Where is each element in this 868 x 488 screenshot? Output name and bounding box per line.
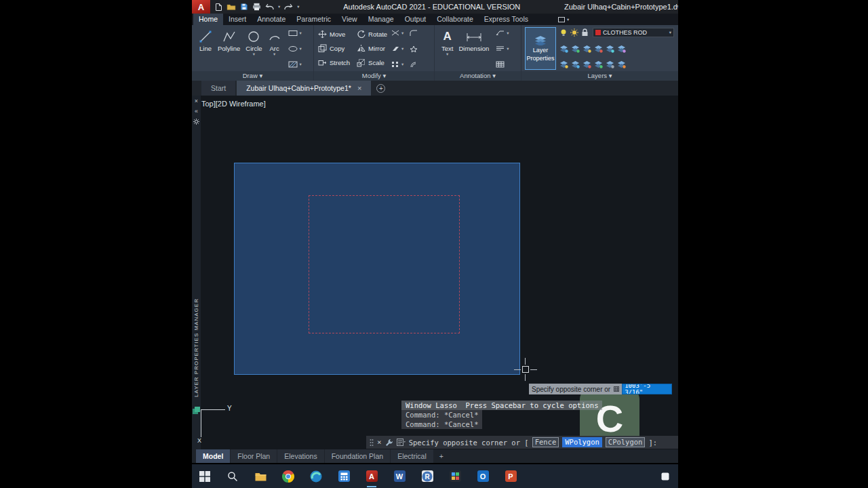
layer-bulb-icon[interactable]: [559, 28, 568, 37]
command-customize-wrench-icon[interactable]: [385, 439, 393, 447]
leader-tool-button[interactable]: ▾: [496, 30, 509, 36]
tab-view[interactable]: View: [336, 14, 363, 25]
layer-state-icon[interactable]: [617, 45, 626, 53]
mirror-button[interactable]: Mirror: [357, 44, 387, 53]
chrome-icon[interactable]: [282, 470, 294, 483]
outlook-icon[interactable]: O: [477, 470, 489, 483]
layer-state-icon[interactable]: [594, 60, 603, 68]
tab-express-tools[interactable]: Express Tools: [479, 14, 534, 25]
command-option-fence[interactable]: Fence: [532, 437, 559, 447]
layout-tab-floor-plan[interactable]: Floor Plan: [231, 449, 277, 463]
minimize-ribbon-button[interactable]: ▾: [558, 14, 569, 25]
polyline-button[interactable]: Polyline: [215, 27, 243, 71]
rotate-button[interactable]: Rotate: [357, 30, 387, 39]
undo-icon[interactable]: [265, 3, 274, 11]
ellipse-tool-button[interactable]: ▾: [288, 45, 302, 52]
layout-tab-electrical[interactable]: Electrical: [391, 449, 433, 463]
layout-tab-foundation-plan[interactable]: Foundation Plan: [325, 449, 390, 463]
hatch-tool-button[interactable]: ▾: [288, 61, 302, 68]
arc-button[interactable]: Arc ▾: [265, 27, 284, 71]
circle-dropdown-icon[interactable]: ▾: [253, 52, 255, 56]
move-button[interactable]: Move: [318, 30, 350, 39]
mtext-tool-button[interactable]: ▾: [496, 45, 509, 52]
layer-lock-icon[interactable]: [581, 28, 589, 37]
rstudio-icon[interactable]: R: [421, 470, 433, 483]
draw-panel-label[interactable]: Draw ▾: [192, 71, 313, 81]
print-icon[interactable]: [252, 3, 261, 11]
tab-annotate[interactable]: Annotate: [252, 14, 291, 25]
dynamic-input-value-field[interactable]: 1003'-5 3/16": [622, 384, 672, 394]
tab-collaborate[interactable]: Collaborate: [431, 14, 479, 25]
command-option-wpolygon[interactable]: WPolygon: [562, 437, 602, 447]
viewport-view-label[interactable]: Top][2D Wireframe]: [201, 100, 266, 108]
tab-home[interactable]: Home: [193, 14, 223, 25]
new-drawing-button[interactable]: +: [376, 81, 385, 96]
layer-state-icon[interactable]: [559, 60, 568, 68]
layer-state-icon[interactable]: [583, 45, 591, 53]
command-line-bar[interactable]: × Specify opposite corner or [ Fence WPo…: [366, 436, 678, 449]
layer-state-icon[interactable]: [617, 60, 626, 68]
file-tab-start[interactable]: Start: [201, 81, 235, 96]
arc-dropdown-icon[interactable]: ▾: [273, 52, 275, 56]
open-file-icon[interactable]: [226, 3, 236, 11]
search-icon[interactable]: [226, 470, 239, 483]
layer-sun-icon[interactable]: [570, 28, 578, 37]
file-tab-close-icon[interactable]: ×: [357, 84, 361, 92]
line-button[interactable]: Line: [196, 27, 215, 71]
save-icon[interactable]: [240, 3, 248, 11]
new-file-icon[interactable]: [215, 3, 222, 12]
recent-commands-icon[interactable]: [397, 439, 406, 446]
layer-state-icon[interactable]: [583, 60, 591, 68]
palette-settings-icon[interactable]: [193, 119, 199, 126]
layer-state-icon[interactable]: [606, 45, 614, 53]
text-dropdown-icon[interactable]: ▾: [446, 52, 448, 56]
tab-output[interactable]: Output: [399, 14, 432, 25]
redo-icon[interactable]: [284, 3, 293, 11]
command-option-cpolygon[interactable]: CPolygon: [606, 437, 646, 447]
tab-insert[interactable]: Insert: [223, 14, 252, 25]
current-layer-dropdown[interactable]: CLOTHES ROD ▾: [593, 28, 674, 37]
layers-panel-label[interactable]: Layers ▾: [521, 71, 678, 81]
table-tool-button[interactable]: [496, 61, 509, 68]
dimension-button[interactable]: Dimension: [456, 27, 492, 71]
drawing-area[interactable]: × « LAYER PROPERTIES MANAGER Top][2D Wir…: [192, 96, 678, 449]
undo-dropdown-icon[interactable]: ▾: [278, 5, 280, 9]
stretch-button[interactable]: Stretch: [318, 58, 350, 67]
tray-icon[interactable]: [659, 470, 671, 483]
palette-close-icon[interactable]: ×: [195, 98, 198, 104]
command-close-icon[interactable]: ×: [377, 438, 382, 447]
copy-button[interactable]: Copy: [318, 44, 350, 53]
annotation-panel-label[interactable]: Annotation ▾: [435, 71, 521, 81]
edge-icon[interactable]: [310, 470, 322, 483]
powerpoint-icon[interactable]: P: [505, 470, 517, 483]
scale-button[interactable]: Scale: [357, 58, 387, 67]
modify-panel-label[interactable]: Modify ▾: [314, 71, 434, 81]
command-drag-handle[interactable]: [370, 439, 374, 447]
layer-state-icon[interactable]: [594, 45, 603, 53]
layout-tab-model[interactable]: Model: [196, 449, 230, 463]
layer-state-icon[interactable]: [606, 60, 614, 68]
word-icon[interactable]: W: [393, 470, 406, 483]
autocad-taskbar-icon[interactable]: A: [366, 470, 378, 483]
layer-properties-button[interactable]: Layer Properties: [525, 27, 556, 70]
new-layout-button[interactable]: +: [434, 449, 449, 463]
tab-manage[interactable]: Manage: [363, 14, 399, 25]
photos-icon[interactable]: [449, 470, 461, 483]
erase-tool-button[interactable]: ▾: [391, 45, 418, 52]
layer-state-icon[interactable]: [571, 60, 580, 68]
calculator-icon[interactable]: [338, 470, 350, 483]
file-explorer-icon[interactable]: [254, 470, 267, 483]
file-tab-document[interactable]: Zubair Ulhaq+Cabin+Prototype1* ×: [237, 81, 371, 96]
app-menu-button[interactable]: A: [192, 0, 210, 14]
trim-tool-button[interactable]: ▾: [391, 30, 418, 37]
tab-parametric[interactable]: Parametric: [291, 14, 336, 25]
layer-state-icon[interactable]: [571, 45, 580, 53]
array-tool-button[interactable]: ▾: [391, 61, 418, 68]
palette-autohide-icon[interactable]: «: [195, 108, 198, 115]
text-button[interactable]: A Text ▾: [439, 27, 456, 71]
rectangle-tool-button[interactable]: ▾: [288, 30, 302, 37]
windows-start-icon[interactable]: [199, 470, 211, 483]
circle-button[interactable]: Circle ▾: [243, 27, 264, 71]
layout-tab-elevations[interactable]: Elevations: [277, 449, 323, 463]
layer-state-icon[interactable]: [559, 45, 568, 53]
